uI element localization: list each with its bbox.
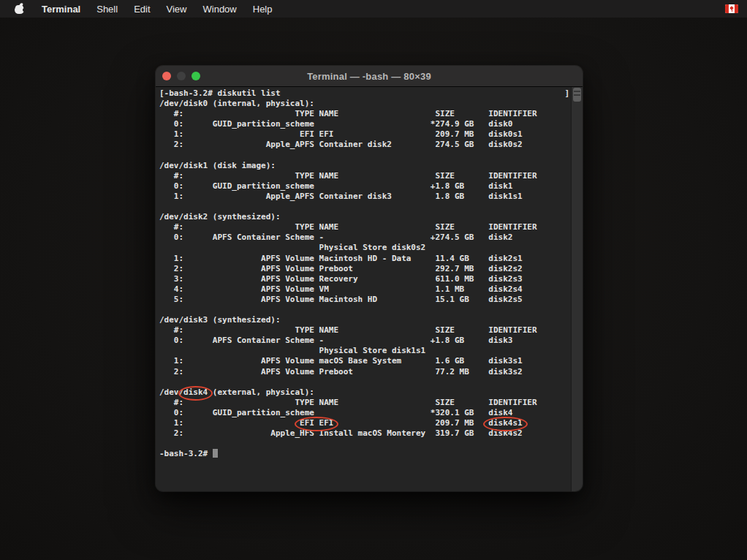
terminal-line: Physical Store disk1s1 bbox=[159, 346, 571, 356]
terminal-line: 2: Apple_HFS Install macOS Monterey 319.… bbox=[159, 428, 571, 439]
maple-leaf-icon bbox=[732, 10, 732, 12]
menu-item-window[interactable]: Window bbox=[203, 4, 237, 15]
terminal-line: 2: Apple_APFS Container disk2 274.5 GB d… bbox=[159, 140, 571, 150]
terminal-line: #: TYPE NAME SIZE IDENTIFIER bbox=[159, 325, 571, 336]
terminal-line: /dev/disk2 (synthesized): bbox=[159, 212, 571, 222]
terminal-text: [-bash-3.2# diskutil list/dev/disk0 (int… bbox=[159, 88, 571, 459]
terminal-mark-right: ] bbox=[564, 88, 569, 99]
terminal-line: #: TYPE NAME SIZE IDENTIFIER bbox=[159, 222, 571, 232]
terminal-line: 5: APFS Volume Macintosh HD 15.1 GB disk… bbox=[159, 295, 571, 305]
terminal-line bbox=[159, 439, 571, 449]
terminal-line: /dev/disk0 (internal, physical): bbox=[159, 99, 571, 109]
terminal-line: Physical Store disk0s2 bbox=[159, 243, 571, 253]
apple-logo-part bbox=[23, 8, 26, 12]
terminal-line: [-bash-3.2# diskutil list bbox=[159, 88, 571, 99]
window-titlebar[interactable]: Terminal — -bash — 80×39 bbox=[156, 66, 583, 87]
terminal-line: /dev/disk4 (external, physical): bbox=[159, 387, 571, 398]
terminal-line: 1: APFS Volume macOS Base System 1.6 GB … bbox=[159, 356, 571, 366]
terminal-line: 0: GUID_partition_scheme +1.8 GB disk1 bbox=[159, 181, 571, 192]
terminal-line: /dev/disk1 (disk image): bbox=[159, 161, 571, 171]
terminal-line bbox=[159, 305, 571, 315]
desktop: Terminal ShellEditViewWindowHelp Termina… bbox=[0, 0, 747, 560]
terminal-line: 2: APFS Volume Preboot 77.2 MB disk3s2 bbox=[159, 367, 571, 377]
terminal-line: 1: Apple_APFS Container disk3 1.8 GB dis… bbox=[159, 192, 571, 202]
terminal-line: 0: GUID_partition_scheme *320.1 GB disk4 bbox=[159, 408, 571, 418]
terminal-line: 3: APFS Volume Recovery 611.0 MB disk2s3 bbox=[159, 274, 571, 284]
flag-part bbox=[735, 4, 738, 13]
terminal-line: 4: APFS Volume VM 1.1 MB disk2s4 bbox=[159, 284, 571, 295]
menu-item-edit[interactable]: Edit bbox=[134, 4, 150, 15]
terminal-line: 0: GUID_partition_scheme *274.9 GB disk0 bbox=[159, 119, 571, 129]
terminal-line: 2: APFS Volume Preboot 292.7 MB disk2s2 bbox=[159, 264, 571, 274]
terminal-line: #: TYPE NAME SIZE IDENTIFIER bbox=[159, 171, 571, 181]
terminal-line bbox=[159, 377, 571, 387]
terminal-line: #: TYPE NAME SIZE IDENTIFIER bbox=[159, 398, 571, 408]
scrollbar-thumb[interactable] bbox=[573, 88, 581, 102]
traffic-lights bbox=[162, 72, 206, 80]
terminal-cursor bbox=[213, 449, 218, 458]
window-title: Terminal — -bash — 80×39 bbox=[156, 71, 583, 82]
terminal-line: 0: APFS Container Scheme - +274.5 GB dis… bbox=[159, 232, 571, 243]
terminal-line bbox=[159, 151, 571, 161]
menu-item-shell[interactable]: Shell bbox=[96, 4, 118, 15]
terminal-line: 1: EFI EFI 209.7 MB disk4s1 bbox=[159, 418, 571, 428]
terminal-line: 1: EFI EFI 209.7 MB disk0s1 bbox=[159, 129, 571, 140]
terminal-content[interactable]: [-bash-3.2# diskutil list/dev/disk0 (int… bbox=[156, 87, 583, 491]
minimize-button[interactable] bbox=[177, 72, 186, 80]
terminal-line: /dev/disk3 (synthesized): bbox=[159, 315, 571, 325]
terminal-line: 1: APFS Volume Macintosh HD - Data 11.4 … bbox=[159, 254, 571, 264]
terminal-line bbox=[159, 202, 571, 212]
terminal-line: #: TYPE NAME SIZE IDENTIFIER bbox=[159, 109, 571, 119]
input-source-flag-icon[interactable] bbox=[725, 4, 738, 13]
terminal-line: 0: APFS Container Scheme - +1.8 GB disk3 bbox=[159, 336, 571, 346]
terminal-line: -bash-3.2# bbox=[159, 449, 571, 459]
close-button[interactable] bbox=[162, 72, 171, 80]
menu-item-view[interactable]: View bbox=[167, 4, 187, 15]
apple-logo-icon[interactable] bbox=[15, 4, 25, 15]
menu-item-terminal[interactable]: Terminal bbox=[42, 4, 80, 15]
scrollbar[interactable] bbox=[571, 87, 583, 491]
menu-items: ShellEditViewWindowHelp bbox=[80, 4, 272, 15]
flag-part bbox=[725, 4, 729, 13]
menu-bar: Terminal ShellEditViewWindowHelp bbox=[0, 0, 747, 18]
zoom-button[interactable] bbox=[192, 72, 200, 80]
menu-item-help[interactable]: Help bbox=[253, 4, 273, 15]
terminal-window: Terminal — -bash — 80×39 [-bash-3.2# dis… bbox=[156, 66, 583, 491]
